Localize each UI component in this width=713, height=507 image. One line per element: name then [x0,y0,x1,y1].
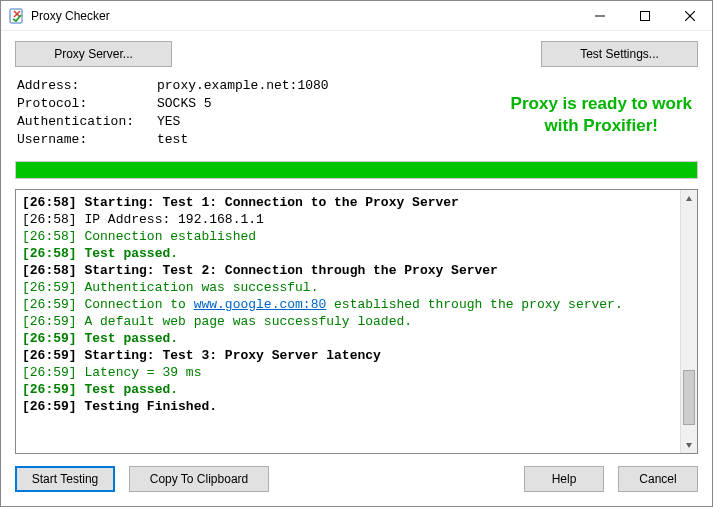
label-username: Username: [17,131,157,149]
label-address: Address: [17,77,157,95]
value-auth: YES [157,113,180,131]
scroll-down-icon[interactable] [681,436,697,453]
scroll-up-icon[interactable] [681,190,697,207]
start-testing-button[interactable]: Start Testing [15,466,115,492]
svg-rect-2 [640,11,649,20]
value-username: test [157,131,188,149]
progress-bar [15,161,698,179]
ready-line1: Proxy is ready to work [511,93,692,115]
ready-banner: Proxy is ready to work with Proxifier! [511,93,692,137]
value-address: proxy.example.net:1080 [157,77,329,95]
ready-line2: with Proxifier! [511,115,692,137]
copy-clipboard-button[interactable]: Copy To Clipboard [129,466,269,492]
proxy-server-button[interactable]: Proxy Server... [15,41,172,67]
log-output[interactable]: [26:58] Starting: Test 1: Connection to … [16,190,680,453]
value-protocol: SOCKS 5 [157,95,212,113]
help-button[interactable]: Help [524,466,604,492]
cancel-button[interactable]: Cancel [618,466,698,492]
label-auth: Authentication: [17,113,157,131]
test-settings-button[interactable]: Test Settings... [541,41,698,67]
minimize-button[interactable] [577,1,622,30]
log-panel: [26:58] Starting: Test 1: Connection to … [15,189,698,454]
titlebar: Proxy Checker [1,1,712,31]
bottom-button-row: Start Testing Copy To Clipboard Help Can… [15,454,698,492]
scrollbar[interactable] [680,190,697,453]
label-protocol: Protocol: [17,95,157,113]
app-icon [9,8,25,24]
window-controls [577,1,712,30]
window-title: Proxy Checker [31,9,110,23]
scroll-thumb[interactable] [683,370,695,425]
top-button-row: Proxy Server... Test Settings... [15,41,698,67]
maximize-button[interactable] [622,1,667,30]
info-block: Address: proxy.example.net:1080 Protocol… [15,75,698,155]
close-button[interactable] [667,1,712,30]
